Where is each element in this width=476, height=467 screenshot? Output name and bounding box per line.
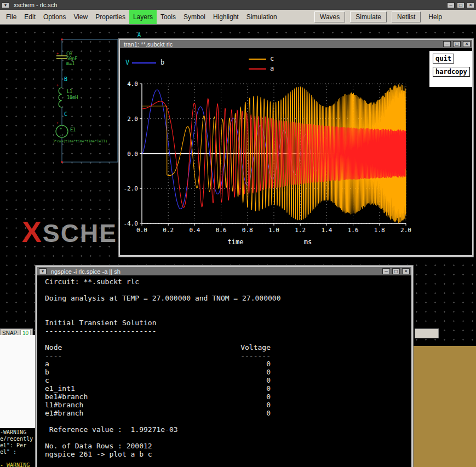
svg-text:1.0: 1.0 [268, 227, 279, 234]
terminal-line: el" : [0, 449, 36, 456]
svg-text:+: + [56, 51, 59, 56]
terminal-line: Reference value : 1.99271e-03 [45, 425, 411, 434]
waves-button[interactable]: Waves [314, 11, 345, 22]
src-expr-label: 3*cos(time*time*time*1e11) [53, 139, 107, 143]
terminal-line: No. of Data Rows : 200012 [45, 442, 411, 450]
maximize-icon[interactable]: ▢ [457, 2, 464, 8]
y-axis-unit: V [125, 59, 129, 66]
menu-file[interactable]: File [2, 10, 20, 24]
desktop: ▾ xschem - rlc.sch ─ ▢ ✕ FileEditOptions… [0, 0, 476, 467]
svg-text:4.0: 4.0 [127, 80, 138, 88]
legend-line-c [249, 59, 266, 60]
close-icon[interactable]: ✕ [402, 268, 410, 274]
terminal-line: Initial Transient Solution [45, 319, 411, 327]
ind-name-label: L1 [67, 89, 72, 94]
terminal-line: - WARNING [0, 462, 36, 467]
close-icon[interactable]: ✕ [467, 2, 474, 8]
component-labels: C0 50nF m=1 L1 10mH E1 + - 3*cos(time*ti… [53, 51, 107, 143]
window-menu-icon[interactable]: ▾ [2, 2, 9, 8]
maximize-icon[interactable]: ▢ [453, 41, 461, 47]
node-label-c: C [64, 111, 67, 117]
menu-simulation[interactable]: Simulation [243, 10, 281, 24]
status-box [415, 328, 439, 338]
src-plus-label: + [60, 126, 62, 131]
terminal-line: c0 [45, 376, 411, 384]
inductor-symbol[interactable] [59, 88, 62, 107]
menu-layers[interactable]: Layers [129, 10, 157, 24]
tran-titlebar[interactable]: tran1: **.subckt rlc ─ ▢ ✕ [120, 40, 472, 48]
prompt-line: ngspice 262 -> [45, 458, 411, 466]
xschem-title: xschem - rlc.sch [14, 2, 57, 8]
svg-text:1.6: 1.6 [348, 227, 359, 234]
plot-area: 0.00.20.40.60.81.01.21.41.61.82.04.02.00… [120, 48, 472, 255]
close-icon[interactable]: ✕ [463, 41, 471, 47]
window-menu-icon[interactable]: ▾ [39, 268, 47, 274]
menu-properties[interactable]: Properties [91, 10, 129, 24]
tran-title: tran1: **.subckt rlc [124, 41, 173, 48]
svg-text:0.2: 0.2 [163, 227, 174, 234]
terminal-line [45, 286, 411, 294]
waveform-plot: 0.00.20.40.60.81.01.21.41.61.82.04.02.00… [120, 48, 472, 246]
menu-symbol[interactable]: Symbol [180, 10, 209, 24]
quit-button[interactable]: quit [433, 54, 454, 64]
legend-line-b [132, 62, 156, 64]
terminal-line: ----------- [45, 351, 411, 360]
svg-text:0.4: 0.4 [189, 227, 200, 234]
terminal-line: Circuit: **.subckt rlc [45, 278, 411, 286]
legend-label-a: a [270, 65, 274, 72]
terminal-line: -------------------------- [45, 327, 411, 335]
xschem-titlebar[interactable]: ▾ xschem - rlc.sch ─ ▢ ✕ [0, 0, 476, 10]
cap-m-label: m=1 [66, 61, 74, 66]
ngspice-title: ngspice -i rlc.spice -a || sh [51, 268, 121, 275]
legend-label-b: b [160, 59, 164, 66]
terminal-line: e1_int10 [45, 384, 411, 393]
menu-options[interactable]: Options [39, 10, 70, 24]
svg-text:2.0: 2.0 [127, 116, 138, 123]
svg-text:1.4: 1.4 [321, 227, 332, 234]
src-minus-label: - [60, 133, 62, 137]
svg-text:0.8: 0.8 [242, 227, 253, 234]
svg-text:-2.0: -2.0 [124, 185, 139, 192]
svg-text:+: + [56, 83, 59, 88]
legend-line-a [249, 68, 266, 70]
terminal-line [45, 434, 411, 442]
menu-edit[interactable]: Edit [20, 10, 39, 24]
hardcopy-button[interactable]: hardcopy [433, 67, 470, 77]
terminal-line [45, 417, 411, 425]
menu-highlight[interactable]: Highlight [209, 10, 243, 24]
terminal-line [0, 456, 36, 462]
netlist-button[interactable]: Netlist [392, 11, 421, 22]
maximize-icon[interactable]: ▢ [392, 268, 400, 274]
ngspice-window: ▾ ngspice -i rlc.spice -a || sh ─ ▢ ✕ Ci… [35, 265, 414, 467]
svg-text:0.6: 0.6 [216, 227, 227, 234]
svg-text:+: + [56, 121, 59, 125]
terminal-line: -WARNING [0, 429, 36, 436]
ngspice-output: Circuit: **.subckt rlcDoing analysis at … [45, 278, 411, 458]
svg-text:time: time [228, 238, 244, 246]
ind-value-label: 10mH [67, 95, 78, 100]
svg-text:1.8: 1.8 [374, 227, 385, 234]
background-window [0, 335, 36, 428]
node-label-a: A [137, 32, 141, 38]
terminal-line [45, 302, 411, 310]
minimize-icon[interactable]: ─ [443, 41, 451, 47]
xschem-menubar: FileEditOptionsViewPropertiesLayersTools… [0, 10, 476, 25]
menu-view[interactable]: View [70, 10, 91, 24]
terminal-line [45, 310, 411, 319]
waveform-window: tran1: **.subckt rlc ─ ▢ ✕ 0.00.20.40.60… [118, 38, 474, 257]
ngspice-terminal[interactable]: Circuit: **.subckt rlcDoing analysis at … [37, 275, 411, 467]
menu-tools[interactable]: Tools [157, 10, 180, 24]
node-label-b: B [64, 76, 67, 82]
minimize-icon[interactable]: ─ [447, 2, 455, 8]
menu-help[interactable]: Help [428, 13, 442, 21]
ngspice-titlebar[interactable]: ▾ ngspice -i rlc.spice -a || sh ─ ▢ ✕ [37, 267, 411, 275]
simulate-button[interactable]: Simulate [350, 11, 387, 22]
svg-text:0.0: 0.0 [127, 151, 138, 158]
svg-text:-4.0: -4.0 [124, 220, 139, 227]
terminal-line: ngspice 261 -> plot a b c [45, 450, 411, 458]
svg-text:ms: ms [304, 238, 312, 246]
capacitor-symbol[interactable] [56, 56, 67, 59]
corner-terminal[interactable]: -WARNINGe/recentlyel": Perel" :- WARNING [0, 428, 36, 467]
minimize-icon[interactable]: ─ [382, 268, 390, 274]
svg-text:2.0: 2.0 [400, 227, 411, 234]
